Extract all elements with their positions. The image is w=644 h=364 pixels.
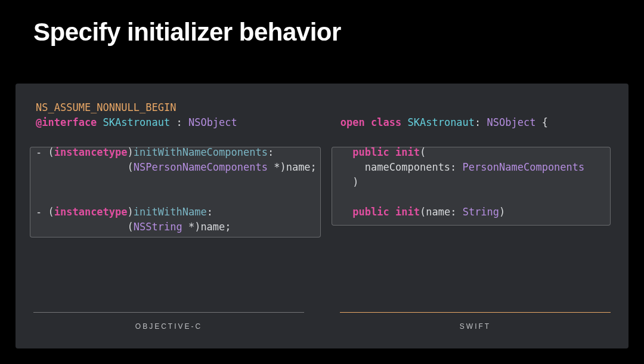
swift-classname: SKAstronaut: [407, 116, 475, 128]
objc-kw-interface: @interface: [36, 116, 97, 128]
footer-divider-objc: [33, 312, 304, 313]
objc-column: NS_ASSUME_NONNULL_BEGIN @interface SKAst…: [16, 84, 329, 348]
swift-param-name: name: [426, 206, 450, 218]
footer-label-objc: OBJECTIVE-C: [135, 322, 202, 331]
swift-param-nameComponents: nameComponents: [365, 161, 450, 173]
objc-macro: NS_ASSUME_NONNULL_BEGIN: [36, 101, 176, 113]
footer-divider-swift: [340, 312, 611, 313]
footer-col-swift: SWIFT: [322, 312, 628, 331]
swift-column: open class SKAstronaut: NSObject { publi…: [329, 84, 628, 348]
footer-col-objc: OBJECTIVE-C: [16, 312, 322, 331]
objc-superclass: NSObject: [188, 116, 237, 128]
panel-footer: OBJECTIVE-C SWIFT: [16, 312, 628, 331]
code-panel: NS_ASSUME_NONNULL_BEGIN @interface SKAst…: [16, 84, 628, 348]
swift-code: open class SKAstronaut: NSObject { publi…: [340, 100, 617, 220]
swift-kw-open: open: [340, 116, 365, 128]
footer-label-swift: SWIFT: [460, 322, 491, 331]
swift-kw-public-1: public: [352, 146, 389, 158]
objc-classname: SKAstronaut: [103, 116, 171, 128]
slide: Specify initializer behavior NS_ASSUME_N…: [0, 0, 644, 364]
slide-title: Specify initializer behavior: [33, 18, 341, 47]
objc-method-initWithName: initWithName: [134, 206, 207, 218]
objc-code: NS_ASSUME_NONNULL_BEGIN @interface SKAst…: [36, 100, 317, 235]
swift-kw-public-2: public: [352, 206, 389, 218]
swift-superclass: NSObject: [487, 116, 536, 128]
objc-method-initWithNameComponents: initWithNameComponents: [134, 146, 268, 158]
code-columns: NS_ASSUME_NONNULL_BEGIN @interface SKAst…: [16, 84, 628, 348]
